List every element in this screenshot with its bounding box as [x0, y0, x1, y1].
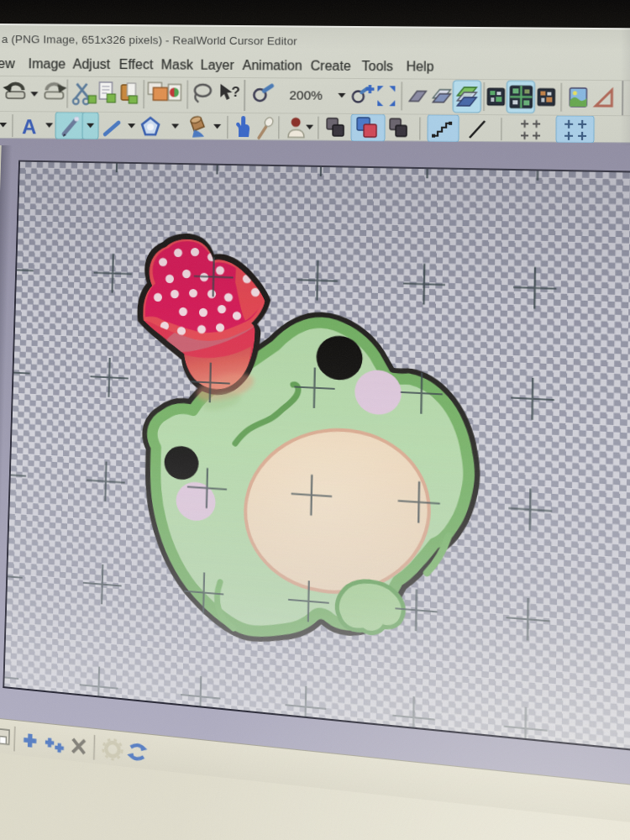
svg-text:200%: 200% [289, 87, 323, 102]
svg-text:A: A [22, 115, 37, 138]
svg-text:?: ? [231, 84, 240, 100]
